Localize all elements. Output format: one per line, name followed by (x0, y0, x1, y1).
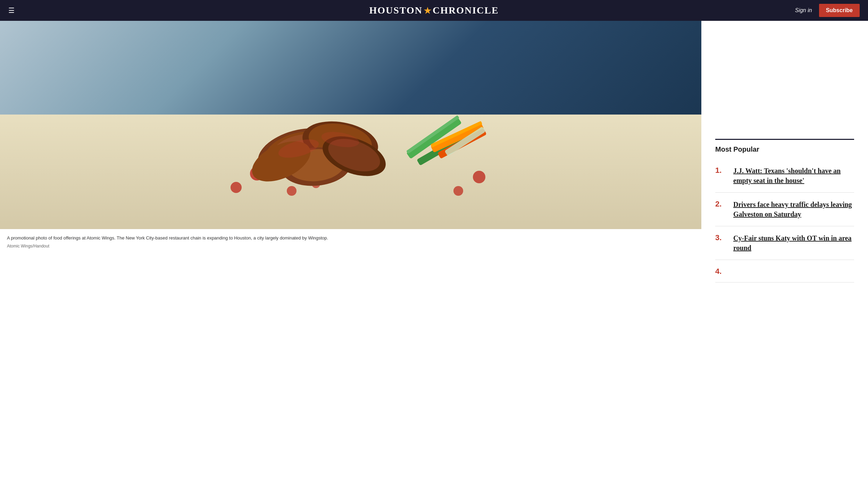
item-2-number: 2. (715, 200, 728, 208)
most-popular-section: Most Popular 1. J.J. Watt: Texans 'shoul… (715, 139, 854, 283)
sign-in-link[interactable]: Sign in (795, 7, 812, 14)
logo-star-icon: ★ (423, 5, 432, 16)
svg-point-1 (231, 182, 242, 193)
item-1-link[interactable]: J.J. Watt: Texans 'shouldn't have an emp… (733, 166, 854, 185)
logo-text-left: HOUSTON (369, 5, 423, 16)
logo-text-right: CHRONICLE (433, 5, 499, 16)
popular-item-2: 2. Drivers face heavy traffic delays lea… (715, 193, 854, 226)
main-container: A promotional photo of food offerings at… (0, 21, 868, 289)
site-logo[interactable]: HOUSTON ★ CHRONICLE (369, 5, 499, 16)
caption-text: A promotional photo of food offerings at… (7, 235, 694, 242)
popular-item-4: 4. (715, 260, 854, 283)
popular-item-3: 3. Cy-Fair stuns Katy with OT win in are… (715, 226, 854, 260)
popular-item-1: 1. J.J. Watt: Texans 'shouldn't have an … (715, 159, 854, 193)
most-popular-header: Most Popular (715, 139, 854, 153)
svg-point-2 (287, 186, 297, 196)
site-header: ☰ HOUSTON ★ CHRONICLE Sign in Subscribe (0, 0, 868, 21)
caption-area: A promotional photo of food offerings at… (0, 229, 701, 254)
article-image (0, 21, 701, 229)
food-illustration (194, 97, 507, 208)
item-3-link[interactable]: Cy-Fair stuns Katy with OT win in area r… (733, 233, 854, 253)
subscribe-button[interactable]: Subscribe (819, 4, 860, 17)
most-popular-title: Most Popular (715, 145, 854, 153)
item-4-number: 4. (715, 267, 728, 275)
hamburger-menu-icon[interactable]: ☰ (8, 6, 15, 15)
item-1-number: 1. (715, 166, 728, 174)
article-section: A promotional photo of food offerings at… (0, 21, 701, 289)
svg-point-5 (453, 186, 463, 196)
item-3-number: 3. (715, 233, 728, 242)
item-2-link[interactable]: Drivers face heavy traffic delays leavin… (733, 200, 854, 219)
header-actions: Sign in Subscribe (795, 4, 860, 17)
svg-point-4 (473, 171, 485, 183)
sidebar: Most Popular 1. J.J. Watt: Texans 'shoul… (701, 21, 868, 289)
caption-credit: Atomic Wings/Handout (7, 244, 694, 249)
